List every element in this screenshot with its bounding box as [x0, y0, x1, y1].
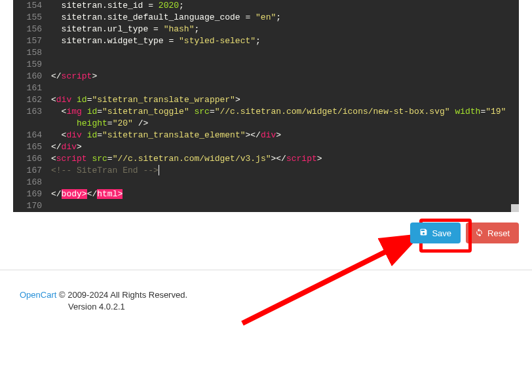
line-number: 157 — [13, 35, 42, 47]
save-icon — [419, 228, 428, 238]
line-number: 165 — [13, 141, 42, 153]
code-line[interactable]: </body></html> — [51, 188, 508, 200]
line-number: 161 — [13, 82, 42, 94]
text-cursor — [159, 165, 159, 175]
vertical-scrollbar[interactable] — [511, 0, 518, 212]
line-number: 167 — [13, 165, 42, 177]
code-line[interactable]: <div id="sitetran_translate_wrapper"> — [51, 94, 508, 106]
code-line[interactable] — [51, 177, 508, 188]
code-line[interactable] — [51, 82, 508, 94]
reset-button-label: Reset — [487, 228, 510, 238]
line-number: 166 — [13, 153, 42, 165]
footer-version: Version 4.0.2.1 — [20, 302, 512, 312]
line-number: 158 — [13, 47, 42, 59]
line-number-gutter: 1541551561571581591601611621631641651661… — [13, 0, 47, 212]
code-line[interactable]: sitetran.widget_type = "styled-select"; — [51, 35, 508, 47]
line-number — [13, 118, 42, 130]
recycle-icon — [475, 228, 484, 238]
code-editor-panel: 1541551561571581591601611621631641651661… — [13, 0, 519, 212]
code-line[interactable]: sitetran.site_id = 2020; — [51, 0, 508, 12]
save-button-label: Save — [432, 228, 451, 238]
line-number: 168 — [13, 177, 42, 188]
line-number: 154 — [13, 0, 42, 12]
code-content[interactable]: sitetran.site_id = 2020; sitetran.site_d… — [51, 0, 519, 212]
code-line[interactable]: sitetran.site_default_language_code = "e… — [51, 12, 508, 24]
code-editor[interactable]: 1541551561571581591601611621631641651661… — [13, 0, 519, 212]
code-line[interactable]: <!-- SiteTran End --> — [51, 165, 508, 177]
code-line[interactable]: </script> — [51, 71, 508, 82]
action-button-row: Save Reset — [0, 212, 532, 270]
code-line[interactable] — [51, 200, 508, 212]
code-line[interactable] — [51, 59, 508, 71]
line-number: 159 — [13, 59, 42, 71]
line-number: 164 — [13, 130, 42, 141]
line-number: 155 — [13, 12, 42, 24]
reset-button[interactable]: Reset — [466, 223, 519, 243]
code-line[interactable]: <script src="//c.sitetran.com/widget/v3.… — [51, 153, 508, 165]
line-number: 169 — [13, 188, 42, 200]
line-number: 162 — [13, 94, 42, 106]
save-button[interactable]: Save — [410, 223, 461, 243]
code-line[interactable] — [51, 47, 508, 59]
code-line[interactable]: </div> — [51, 141, 508, 153]
footer-copyright: © 2009-2024 All Rights Reserved. — [56, 290, 187, 300]
code-line[interactable]: <div id="sitetran_translate_element"></d… — [51, 130, 508, 141]
scroll-corner — [511, 204, 519, 212]
footer: OpenCart © 2009-2024 All Rights Reserved… — [0, 270, 532, 331]
line-number: 156 — [13, 24, 42, 35]
code-line[interactable]: <img id="sitetran_toggle" src="//c.sitet… — [51, 106, 508, 118]
page-container: 1541551561571581591601611621631641651661… — [0, 0, 532, 331]
line-number: 170 — [13, 200, 42, 212]
code-line[interactable]: sitetran.url_type = "hash"; — [51, 24, 508, 35]
footer-brand-link[interactable]: OpenCart — [20, 290, 56, 300]
line-number: 160 — [13, 71, 42, 82]
line-number: 163 — [13, 106, 42, 118]
code-line[interactable]: height="20" /> — [51, 118, 508, 130]
